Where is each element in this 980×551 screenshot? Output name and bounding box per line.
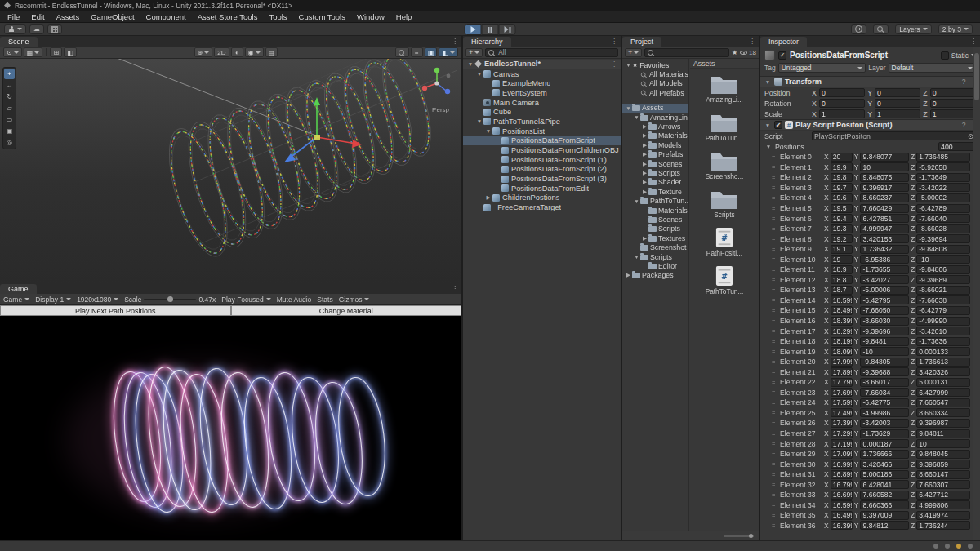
project-tree-item[interactable]: ▶Materials [622,131,688,140]
hierarchy-item[interactable]: Cube [463,107,621,117]
element-z-field[interactable]: -9.39694 [916,234,970,243]
tab-project[interactable]: Project [622,37,662,47]
element-z-field[interactable]: -6.42789 [916,204,970,213]
element-y-field[interactable]: 6.427851 [860,214,908,223]
element-z-field[interactable]: 8.660334 [916,408,970,417]
element-z-field[interactable]: -5.00002 [916,193,970,202]
drag-handle-icon[interactable]: = [772,215,778,222]
drag-handle-icon[interactable]: = [772,235,778,242]
drag-handle-icon[interactable]: = [772,481,778,488]
custom-tool[interactable]: ◎ [4,137,15,148]
audio-toggle-button[interactable]: ◉ [245,47,264,57]
play-button[interactable] [465,24,482,35]
gizmos-toggle-button[interactable]: ◧ [439,47,458,57]
hierarchy-item[interactable]: ExampleMenu [463,78,621,88]
hierarchy-search-input[interactable]: All [485,48,618,57]
drag-handle-icon[interactable]: = [772,194,778,202]
display-dropdown[interactable]: Display 1 [35,295,71,304]
element-y-field[interactable]: 7.660429 [860,204,908,213]
scale-tool[interactable]: ▱ [4,103,15,113]
element-x-field[interactable]: 19.4 [831,214,853,223]
element-x-field[interactable]: 19.8 [831,173,853,182]
script-object-field[interactable]: PlayScriptPositon⊙ [812,131,976,140]
element-y-field[interactable]: -7.66050 [860,306,908,315]
foldout-arrow-icon[interactable]: ▶ [641,142,648,149]
element-y-field[interactable]: 1.736666 [860,450,908,459]
view-hand-tool[interactable]: + [4,69,15,79]
drag-handle-icon[interactable]: = [772,501,778,509]
element-x-field[interactable]: 19 [831,255,853,264]
transform-y-field[interactable]: 0 [875,99,920,108]
drag-handle-icon[interactable]: = [772,318,778,325]
element-z-field[interactable]: 7.660547 [916,398,970,407]
rotate-tool[interactable]: ↻ [4,91,15,102]
element-y-field[interactable]: 3.420466 [860,460,908,469]
element-y-field[interactable]: 7.660582 [860,491,908,500]
object-name-field[interactable]: PositionsDataFromScript [790,51,938,60]
foldout-arrow-icon[interactable]: ▼ [764,79,772,85]
project-asset-script[interactable]: #PathPositi... [690,227,759,257]
element-x-field[interactable]: 17.09999 [831,450,853,459]
mute-audio-button[interactable]: Mute Audio [277,295,312,304]
drag-handle-icon[interactable]: = [772,184,778,191]
scene-menu-icon[interactable]: ⋮ [611,60,621,68]
drag-handle-icon[interactable]: = [772,338,778,345]
panel-menu-icon[interactable]: ⋮ [749,38,755,45]
menu-edit[interactable]: Edit [25,11,50,22]
drag-handle-icon[interactable]: = [772,522,778,529]
hierarchy-item[interactable]: EventSystem [463,88,621,98]
element-y-field[interactable]: 10 [860,162,908,171]
element-z-field[interactable]: 0.000133 [916,347,970,356]
element-x-field[interactable]: 16.39999 [831,521,853,530]
element-z-field[interactable]: -7.66038 [916,295,970,304]
drag-handle-icon[interactable]: = [772,327,778,335]
cache-status-icon[interactable] [945,544,950,549]
orientation-gizmo[interactable] [419,65,455,104]
element-z-field[interactable]: 6.427712 [916,491,970,500]
element-x-field[interactable]: 19.1 [831,245,853,254]
menu-gameobject[interactable]: GameObject [85,11,140,22]
project-tree-item[interactable]: Scripts [622,224,688,233]
element-x-field[interactable]: 16.69999 [831,491,853,500]
element-x-field[interactable]: 17.89999 [831,367,853,376]
foldout-arrow-icon[interactable]: ▼ [475,71,483,77]
element-x-field[interactable]: 16.79999 [831,480,853,489]
grid-breadcrumb[interactable]: Assets [690,59,759,69]
effects-dropdown[interactable]: ▤ [265,47,278,57]
element-x-field[interactable]: 19.9 [831,162,853,171]
hierarchy-item[interactable]: PositionsDataFromChildrenOBJ [463,145,621,155]
project-tree-item[interactable]: ▼AmazingLin [622,113,688,122]
element-y-field[interactable]: -9.8481 [860,337,908,346]
element-z-field[interactable]: 6.427999 [916,388,970,397]
element-y-field[interactable]: 4.999947 [860,224,908,233]
element-z-field[interactable]: 3.420326 [916,367,970,376]
tab-scene[interactable]: Scene [0,37,38,47]
snap-increment-button[interactable]: ◧ [64,47,77,57]
drag-handle-icon[interactable]: = [772,430,778,438]
element-x-field[interactable]: 18.8 [831,275,853,284]
foldout-arrow-icon[interactable]: ▶ [641,170,648,176]
drag-handle-icon[interactable]: = [772,471,778,478]
element-x-field[interactable]: 17.79999 [831,378,853,387]
drag-handle-icon[interactable]: = [772,512,778,519]
component-filter-button[interactable]: ≡ [411,47,423,57]
foldout-arrow-icon[interactable]: ▼ [625,105,632,111]
project-asset-folder[interactable]: AmazingLi... [690,73,759,104]
element-z-field[interactable]: -3.42022 [916,183,970,192]
drag-handle-icon[interactable]: = [772,399,778,407]
element-x-field[interactable]: 20 [831,153,853,162]
element-y-field[interactable]: -5.00006 [860,286,908,295]
positions-foldout-row[interactable]: ▼ Positions 400 [760,141,980,152]
foldout-arrow-icon[interactable]: ▼ [764,122,772,128]
camera-settings-dropdown[interactable]: ⊕ [194,47,213,57]
drag-handle-icon[interactable]: = [772,389,778,396]
menu-assets[interactable]: Assets [51,11,86,22]
collab-status-icon[interactable] [933,544,938,549]
step-button[interactable] [499,24,516,35]
project-asset-script[interactable]: #PathToTun... [690,265,759,295]
element-z-field[interactable]: -7.66040 [916,214,970,223]
drag-handle-icon[interactable]: = [772,368,778,375]
layout-dropdown[interactable]: 2 by 3 [938,24,973,34]
saved-search-star-icon[interactable]: ★ [732,49,737,56]
menu-tools[interactable]: Tools [263,11,292,22]
